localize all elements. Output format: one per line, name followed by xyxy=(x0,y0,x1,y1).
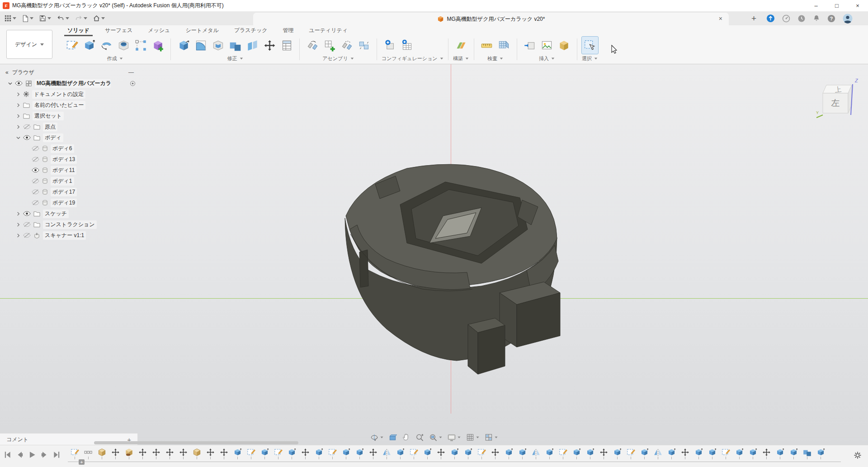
feature-extrude[interactable] xyxy=(665,448,678,463)
home-icon[interactable] xyxy=(93,15,105,22)
new-tab-button[interactable]: + xyxy=(751,14,756,24)
zoom-icon[interactable] xyxy=(414,432,426,443)
feature-move[interactable] xyxy=(678,448,692,463)
combine-icon[interactable] xyxy=(227,37,243,54)
item[interactable]: メッシュ xyxy=(140,25,178,36)
feature-sketch[interactable] xyxy=(556,448,570,463)
group-modify-label[interactable]: 修正 xyxy=(175,55,295,62)
browser-item-ボディ13[interactable]: ボディ13 xyxy=(3,154,138,165)
go-to-start-button[interactable] xyxy=(4,451,12,459)
as-built-joint-icon[interactable] xyxy=(339,37,355,54)
feature-extrude[interactable] xyxy=(502,448,515,463)
browser-item-ボディ17[interactable]: ボディ17 xyxy=(3,186,138,197)
feature-move[interactable] xyxy=(163,448,176,463)
visibility-on-icon[interactable] xyxy=(23,211,31,216)
feature-sketch[interactable] xyxy=(475,448,488,463)
notifications-icon[interactable] xyxy=(813,14,820,22)
browser-item-ボディ[interactable]: ボディ xyxy=(3,132,138,143)
item[interactable]: ソリッド xyxy=(60,25,97,36)
feature-combine[interactable] xyxy=(800,448,814,463)
group-configuration-label[interactable]: コンフィギュレーション xyxy=(382,55,443,62)
feature-sketch[interactable] xyxy=(624,448,637,463)
pattern-icon[interactable] xyxy=(132,37,149,54)
feature-extrude[interactable] xyxy=(461,448,475,463)
activate-component-icon[interactable] xyxy=(130,81,136,86)
orbit-icon[interactable] xyxy=(368,432,386,443)
timeline-scrollbar-thumb[interactable] xyxy=(94,441,298,444)
file-menu-icon[interactable] xyxy=(22,15,33,22)
browser-item-選択セット[interactable]: 選択セット xyxy=(3,110,138,121)
job-status-icon[interactable] xyxy=(782,14,790,23)
feature-move[interactable] xyxy=(217,448,231,463)
feature-box[interactable] xyxy=(190,448,203,463)
profile-avatar[interactable] xyxy=(843,14,853,24)
press-pull-icon[interactable] xyxy=(175,37,192,54)
help-icon[interactable]: ? xyxy=(827,14,835,23)
feature-extrude[interactable] xyxy=(732,448,746,463)
feature-move[interactable] xyxy=(434,448,448,463)
model-body11[interactable] xyxy=(332,157,565,381)
browser-item-名前の付いたビュー[interactable]: 名前の付いたビュー xyxy=(3,100,138,110)
revolve-icon[interactable] xyxy=(98,37,114,54)
joint-icon[interactable] xyxy=(304,37,321,54)
browser-item-ドキュメントの設定[interactable]: ドキュメントの設定 xyxy=(3,89,138,100)
grid-layout-icon[interactable] xyxy=(464,432,481,443)
feature-extrude[interactable] xyxy=(312,448,326,463)
expander-icon[interactable] xyxy=(8,81,12,86)
maximize-button[interactable]: □ xyxy=(826,0,847,11)
feature-extrude[interactable] xyxy=(610,448,624,463)
group-select-label[interactable]: 選択 xyxy=(582,55,598,62)
change-parameters-icon[interactable] xyxy=(278,37,295,54)
insert-mesh-icon[interactable] xyxy=(556,37,572,54)
workspace-selector[interactable]: デザイン xyxy=(6,30,52,59)
insert-derive-icon[interactable] xyxy=(522,37,538,54)
visibility-on-icon[interactable] xyxy=(23,135,31,140)
group-insert-label[interactable]: 挿入 xyxy=(522,55,572,62)
expander-icon[interactable] xyxy=(16,234,20,238)
expander-icon[interactable] xyxy=(16,212,20,216)
feature-move[interactable] xyxy=(366,448,380,463)
feature-mirror[interactable] xyxy=(529,448,542,463)
feature-extrude[interactable] xyxy=(814,448,827,463)
expander-icon[interactable] xyxy=(16,136,20,140)
group-assemble-label[interactable]: アセンブリ xyxy=(304,55,372,62)
minimize-panel-icon[interactable]: — xyxy=(128,69,134,76)
feature-sketch[interactable] xyxy=(271,448,285,463)
feature-move[interactable] xyxy=(108,448,122,463)
visibility-off-icon[interactable] xyxy=(32,146,39,151)
undo-icon[interactable] xyxy=(57,15,69,22)
feature-sketch[interactable] xyxy=(407,448,420,463)
look-at-icon[interactable] xyxy=(387,432,399,443)
feature-extrude[interactable] xyxy=(746,448,760,463)
minimize-button[interactable]: – xyxy=(806,0,826,11)
browser-item-ボディ1[interactable]: ボディ1 xyxy=(3,176,138,186)
feature-extrude[interactable] xyxy=(285,448,298,463)
redo-icon[interactable] xyxy=(75,15,87,22)
viewport-canvas[interactable]: « ブラウザ — MG高機動型ザク用バズーカラック... ドキュメントの設定名前… xyxy=(0,64,868,445)
item[interactable]: 管理 xyxy=(275,25,301,36)
feature-extrude[interactable] xyxy=(705,448,719,463)
feature-extrude[interactable] xyxy=(583,448,597,463)
browser-item-スケッチ[interactable]: スケッチ xyxy=(3,208,138,219)
feature-extrude[interactable] xyxy=(637,448,651,463)
split-body-icon[interactable] xyxy=(244,37,260,54)
browser-item-ボディ19[interactable]: ボディ19 xyxy=(3,197,138,208)
feature-sketch[interactable] xyxy=(244,448,258,463)
move-copy-icon[interactable] xyxy=(261,37,278,54)
feature-box[interactable] xyxy=(95,448,108,463)
visibility-on-icon[interactable] xyxy=(15,81,23,86)
feature-move[interactable] xyxy=(176,448,190,463)
visibility-off-icon[interactable] xyxy=(32,178,39,184)
expander-icon[interactable] xyxy=(16,92,20,96)
display-settings-icon[interactable] xyxy=(446,432,463,443)
view-cube[interactable]: 上 左 Z Y xyxy=(816,73,859,119)
feature-move[interactable] xyxy=(488,448,502,463)
expander-icon[interactable] xyxy=(16,125,20,129)
visibility-off-icon[interactable] xyxy=(23,124,31,129)
feature-extrude[interactable] xyxy=(542,448,556,463)
feature-extrude[interactable] xyxy=(231,448,244,463)
feature-move[interactable] xyxy=(136,448,149,463)
feature-mirror[interactable] xyxy=(380,448,393,463)
feature-extrude[interactable] xyxy=(515,448,529,463)
play-button[interactable] xyxy=(28,451,36,459)
